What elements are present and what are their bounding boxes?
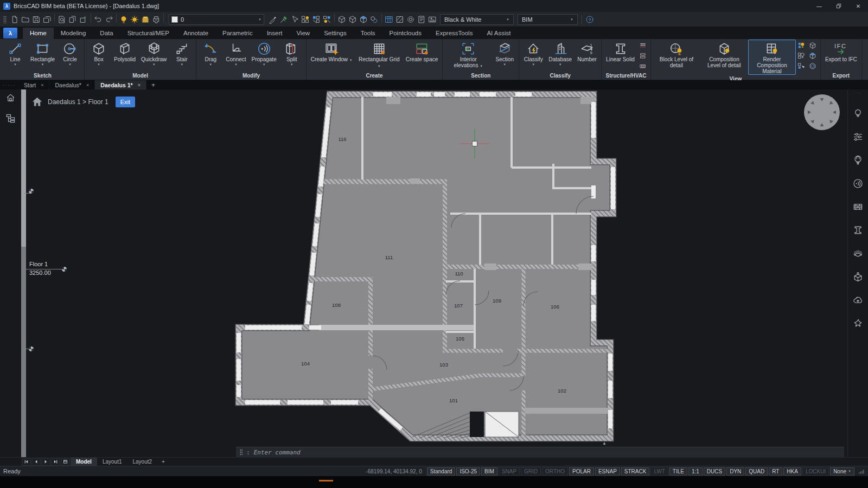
ribbon-tab-pointclouds[interactable]: Pointclouds [382,28,429,39]
ribbon-tab-tools[interactable]: Tools [354,28,382,39]
pickbulb-button[interactable] [322,14,333,25]
ribbon-button-export-to-ifc[interactable]: IFCExport to IFC [822,40,860,72]
last-layout-button[interactable] [51,458,60,466]
status-toggle-standard[interactable]: Standard [427,467,456,476]
ribbon-button-propagate[interactable]: Propagate▼ [249,40,279,72]
floor-plan[interactable]: 116111110108107109106105104103102101 [233,89,618,457]
fields-button[interactable] [416,14,427,25]
new-button[interactable] [9,14,20,25]
cubeo2-button[interactable] [347,14,358,25]
ribbon-mini-button-mv2[interactable] [797,51,806,60]
profiles-icon[interactable] [852,224,864,236]
performance-graph-button[interactable] [858,468,865,475]
home-view-button[interactable] [4,92,16,104]
printer-button[interactable] [151,14,162,25]
ribbon-button-circle[interactable]: Circle▼ [58,40,82,72]
undo-button[interactable] [93,14,104,25]
pin-icon[interactable] [852,317,864,329]
first-layout-button[interactable] [22,458,31,466]
ribbon-tab-data[interactable]: Data [93,28,120,39]
floor-marker[interactable]: Floor 1 3250.00 [29,260,51,277]
section-grip[interactable] [29,346,34,351]
status-toggle-polar[interactable]: POLAR [569,467,594,476]
ribbon-tab-home[interactable]: Home [23,28,54,39]
status-toggle-quad[interactable]: QUAD [745,467,768,476]
help-button[interactable]: ? [584,14,595,25]
wall-detail-icon[interactable] [852,201,864,213]
command-history-toggle[interactable]: ▲ [602,441,607,446]
layers-icon[interactable] [852,247,864,259]
status-toggle-strack[interactable]: STRACK [621,467,650,476]
layout-tab-layout2[interactable]: Layout2 [127,458,157,466]
previous-layout-button[interactable] [31,458,41,466]
sun-button[interactable] [129,14,140,25]
ribbon-mini-button-cubec[interactable] [808,61,818,70]
restore-button[interactable] [829,0,848,12]
ribbon-tab-expresstools[interactable]: ExpressTools [429,28,480,39]
ribbon-tab-view[interactable]: View [289,28,317,39]
tableb-button[interactable] [384,14,394,25]
cubes-button[interactable] [369,14,380,25]
close-icon[interactable]: × [41,82,43,88]
minimize-button[interactable]: — [809,0,829,12]
ribbon-button-create-space[interactable]: Create space [403,40,441,72]
ribbon-tab-annotate[interactable]: Annotate [176,28,215,39]
preview-button[interactable] [56,14,67,25]
drawing-area[interactable]: Floor 1 3250.00 Daedalus 1 > Floor 1 Exi… [0,89,868,457]
ribbon-mini-button-rail3[interactable] [639,61,648,70]
toolbar-grip[interactable] [3,16,7,23]
ribbon-tab-parametric[interactable]: Parametric [215,28,260,39]
ribbon-button-interior-elevations[interactable]: Interior elevations ▼ [444,40,492,72]
status-toggle-iso-25[interactable]: ISO-25 [456,467,480,476]
layer-dropdown[interactable]: 0 ▼ [169,14,264,25]
status-toggle-ducs[interactable]: DUCS [704,467,725,476]
new-document-tab-button[interactable]: + [146,80,160,89]
ribbon-tab-settings[interactable]: Settings [317,28,354,39]
section-grip[interactable] [29,189,34,194]
close-button[interactable]: ✕ [848,0,868,12]
exit-button[interactable]: Exit [116,97,135,107]
bulb-button[interactable] [118,14,129,25]
status-toggle-dyn[interactable]: DYN [726,467,744,476]
floor-level-grip[interactable] [62,267,67,272]
ribbon-mini-button-mv3[interactable] [797,61,806,70]
status-toggle-snap[interactable]: SNAP [499,467,520,476]
ribbon-button-database[interactable]: Database▼ [546,40,575,72]
ribbon-mini-button-cubeo[interactable] [808,41,818,50]
document-tab-start[interactable]: Start× [18,80,49,89]
hatchsq-button[interactable] [394,14,405,25]
command-line[interactable]: : Enter command [236,447,844,457]
ribbon-button-create-window[interactable]: Create Window ▼ [308,40,355,72]
ribbon-button-section[interactable]: Section▼ [492,40,517,72]
command-line-grip[interactable] [240,449,242,455]
document-tab-daedalus-[interactable]: Daedalus*× [49,80,95,89]
components-icon[interactable] [852,271,864,282]
ribbon-button-line[interactable]: Line▼ [3,40,28,72]
layout-list-button[interactable] [61,458,70,466]
status-toggle-tile[interactable]: TILE [669,467,687,476]
ribbon-button-linear-solid[interactable]: Linear Solid [603,40,637,72]
ribbon-button-connect[interactable]: Connect▼ [223,40,248,72]
ribbon-tab-ai-assist[interactable]: AI Assist [480,28,518,39]
ribbon-button-split[interactable]: Split▼ [279,40,304,72]
cubeb-button[interactable] [358,14,369,25]
render-settings-icon[interactable] [852,131,864,143]
saveall-button[interactable] [42,14,53,25]
ribbon-mini-button-rail2[interactable] [639,51,648,60]
sun-study-balloon-icon[interactable] [852,154,864,166]
layout-tab-model[interactable]: Model [71,458,97,466]
navigation-compass[interactable] [804,94,840,130]
ribbon-button-polysolid[interactable]: Polysolid [111,40,138,72]
ribbon-button-stair[interactable]: Stair▼ [169,40,194,72]
publish-button[interactable] [78,14,89,25]
status-toggle-ortho[interactable]: ORTHO [542,467,568,476]
image-button[interactable] [427,14,438,25]
dropper-button[interactable] [278,14,289,25]
ribbon-button-number[interactable]: 19Number [575,40,599,72]
propagate-icon[interactable] [852,177,864,189]
ribbon-button-rectangle[interactable]: Rectangle▼ [28,40,58,72]
status-toggle-1-1[interactable]: 1:1 [688,467,703,476]
render-style-dropdown[interactable]: Black & White ▼ [440,14,514,25]
status-toggle-bim[interactable]: BIM [481,467,497,476]
workspace-dropdown[interactable]: BIM ▼ [518,14,578,25]
